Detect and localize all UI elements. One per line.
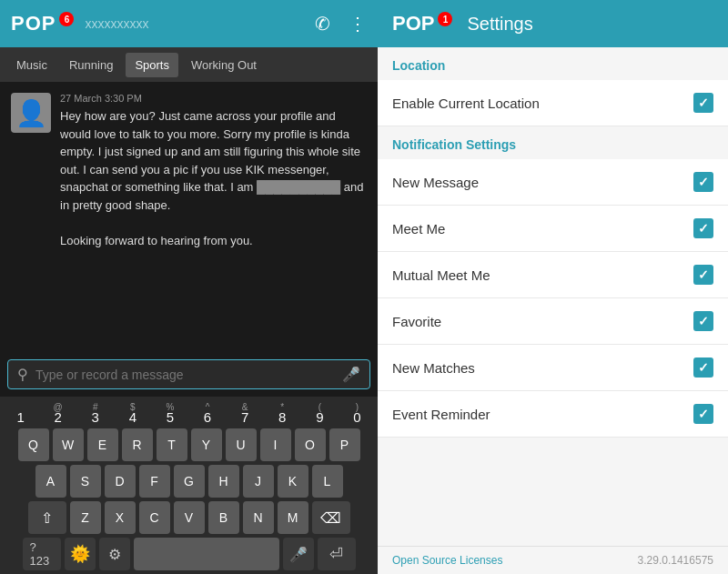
kb-key-t[interactable]: T: [157, 428, 187, 461]
kb-hint-1: 1: [5, 400, 36, 426]
kb-bottom-row: ?123 🌞 ⚙ 🎤 ⏎: [2, 538, 376, 570]
kb-key-d[interactable]: D: [105, 465, 136, 498]
kb-shift-key[interactable]: ⇧: [28, 501, 66, 534]
kb-key-j[interactable]: J: [243, 465, 274, 498]
settings-label-enable-location: Enable Current Location: [392, 96, 540, 111]
right-panel: POP 1 Settings Location Enable Current L…: [378, 0, 728, 574]
avatar: 👤: [11, 93, 51, 133]
settings-title: Settings: [467, 14, 532, 35]
kb-key-i[interactable]: I: [260, 428, 291, 461]
kb-key-c[interactable]: C: [139, 501, 170, 534]
kb-key-r[interactable]: R: [122, 428, 153, 461]
left-header: POP 6 xxxxxxxxxx ✆ ⋮: [0, 0, 378, 47]
checkbox-enable-location[interactable]: ✓: [693, 93, 713, 113]
kb-key-f[interactable]: F: [139, 465, 170, 498]
kb-key-h[interactable]: H: [208, 465, 239, 498]
message-text: Hey how are you? Just came across your p…: [60, 107, 367, 249]
kb-key-a[interactable]: A: [35, 465, 66, 498]
kb-space-key[interactable]: [134, 538, 279, 570]
tab-running[interactable]: Running: [60, 53, 122, 77]
checkbox-favorite[interactable]: ✓: [693, 311, 713, 331]
section-header-notifications: Notification Settings: [378, 126, 728, 159]
kb-hint-7: &7: [229, 400, 260, 426]
kb-key-z[interactable]: Z: [70, 501, 101, 534]
kb-key-v[interactable]: V: [174, 501, 205, 534]
checkmark-icon-er: ✓: [698, 407, 709, 421]
settings-label-mutual-meet-me: Mutual Meet Me: [392, 267, 490, 283]
kb-key-k[interactable]: K: [278, 465, 308, 498]
tab-sports[interactable]: Sports: [126, 53, 178, 77]
settings-item-mutual-meet-me[interactable]: Mutual Meet Me ✓: [378, 252, 728, 298]
kb-hint-2: @2: [43, 400, 74, 426]
kb-key-m[interactable]: M: [278, 501, 308, 534]
kb-symbol-key[interactable]: ?123: [23, 538, 61, 570]
settings-label-event-reminder: Event Reminder: [392, 407, 490, 422]
username-label: xxxxxxxxxx: [85, 16, 308, 31]
checkbox-new-message[interactable]: ✓: [693, 172, 713, 192]
checkbox-new-matches[interactable]: ✓: [693, 357, 713, 378]
kb-mic-key[interactable]: 🎤: [283, 538, 314, 570]
kb-emoji-key[interactable]: 🌞: [65, 538, 96, 570]
redacted-text: ██████████: [257, 180, 340, 194]
kb-row-2: A S D F G H J K L: [2, 465, 376, 498]
kb-number-hints-row: 1 @2 #3 $4 %5 ^6 &7 *8 (9 )0: [2, 400, 376, 426]
settings-item-new-message[interactable]: New Message ✓: [378, 159, 728, 206]
kb-key-g[interactable]: G: [174, 465, 205, 498]
app-logo-right: POP: [392, 12, 434, 35]
checkmark-icon: ✓: [698, 96, 709, 110]
tab-music[interactable]: Music: [7, 53, 56, 77]
kb-key-w[interactable]: W: [53, 428, 84, 461]
kb-row-3: ⇧ Z X C V B N M ⌫: [2, 501, 376, 534]
settings-item-favorite[interactable]: Favorite ✓: [378, 298, 728, 345]
left-panel: POP 6 xxxxxxxxxx ✆ ⋮ Music Running Sport…: [0, 0, 378, 574]
person-icon: 👤: [15, 98, 47, 128]
message-input[interactable]: [35, 368, 335, 382]
tab-working-out[interactable]: Working Out: [182, 53, 266, 77]
kb-settings-key[interactable]: ⚙: [99, 538, 130, 570]
kb-key-q[interactable]: Q: [18, 428, 49, 461]
kb-key-e[interactable]: E: [87, 428, 118, 461]
settings-item-meet-me[interactable]: Meet Me ✓: [378, 206, 728, 252]
kb-key-l[interactable]: L: [312, 465, 343, 498]
menu-icon[interactable]: ⋮: [349, 13, 367, 35]
kb-key-u[interactable]: U: [226, 428, 257, 461]
settings-label-meet-me: Meet Me: [392, 221, 445, 237]
message-area: 👤 27 March 3:30 PM Hey how are you? Just…: [0, 82, 378, 352]
mic-icon[interactable]: 🎤: [342, 366, 360, 383]
checkmark-icon-nmat: ✓: [698, 360, 709, 375]
checkbox-mutual-meet-me[interactable]: ✓: [693, 265, 713, 285]
message-row: 👤 27 March 3:30 PM Hey how are you? Just…: [11, 93, 367, 249]
kb-delete-key[interactable]: ⌫: [312, 501, 350, 534]
kb-hint-0: )0: [341, 400, 372, 426]
message-text-3: Looking forward to hearing from you.: [60, 234, 253, 247]
kb-key-x[interactable]: X: [105, 501, 136, 534]
kb-hint-8: *8: [267, 400, 298, 426]
checkbox-meet-me[interactable]: ✓: [693, 218, 713, 238]
kb-key-s[interactable]: S: [70, 465, 101, 498]
kb-key-n[interactable]: N: [243, 501, 274, 534]
settings-label-new-message: New Message: [392, 175, 479, 190]
checkmark-icon-mmm: ✓: [698, 267, 709, 282]
settings-item-enable-location[interactable]: Enable Current Location ✓: [378, 80, 728, 126]
settings-footer: Open Source Licenses 3.29.0.1416575: [378, 546, 728, 574]
settings-item-event-reminder[interactable]: Event Reminder ✓: [378, 391, 728, 438]
checkmark-icon-fav: ✓: [698, 314, 709, 328]
message-input-area[interactable]: ⚲ 🎤: [7, 359, 370, 389]
kb-hint-9: (9: [304, 400, 335, 426]
notification-badge-left: 6: [59, 12, 74, 26]
kb-key-p[interactable]: P: [329, 428, 360, 461]
open-source-link[interactable]: Open Source Licenses: [392, 554, 502, 567]
phone-icon[interactable]: ✆: [315, 13, 330, 35]
kb-key-b[interactable]: B: [208, 501, 239, 534]
checkmark-icon-mm: ✓: [698, 221, 709, 236]
settings-label-favorite: Favorite: [392, 314, 441, 329]
settings-item-new-matches[interactable]: New Matches ✓: [378, 345, 728, 391]
kb-key-o[interactable]: O: [295, 428, 326, 461]
section-header-location: Location: [378, 47, 728, 80]
kb-key-y[interactable]: Y: [191, 428, 222, 461]
app-logo-left: POP: [11, 12, 56, 35]
kb-hint-4: $4: [117, 400, 148, 426]
version-label: 3.29.0.1416575: [638, 554, 713, 567]
checkbox-event-reminder[interactable]: ✓: [693, 404, 713, 424]
kb-enter-key[interactable]: ⏎: [318, 538, 356, 570]
